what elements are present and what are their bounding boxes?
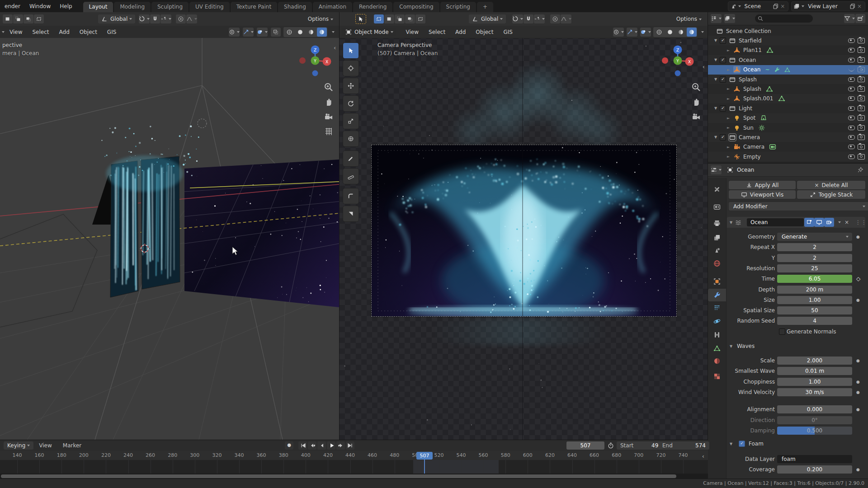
collection-checkbox[interactable]: ✓ (720, 134, 726, 141)
animate-dot[interactable]: ● (856, 465, 860, 474)
expand-icon[interactable]: ▼ (713, 135, 718, 139)
modifier-close-icon[interactable]: × (844, 219, 849, 225)
tool-extra-1[interactable] (343, 188, 359, 204)
outliner-row-ocean[interactable]: ►Ocean~× (708, 65, 868, 75)
start-frame-field[interactable]: Start497 (617, 441, 665, 450)
menu-gis[interactable]: GIS (498, 29, 517, 35)
properties-tab-object[interactable] (708, 275, 726, 288)
menu-view[interactable]: View (33, 442, 57, 449)
expand-icon[interactable]: ► (726, 116, 731, 120)
expand-icon[interactable]: ► (726, 97, 731, 101)
outliner-row-empty[interactable]: ►Empty (708, 152, 868, 161)
shading-rendered-button[interactable] (317, 28, 327, 37)
workspace-tab-uv-editing[interactable]: UV Editing (189, 2, 230, 12)
field-value[interactable]: 30 m/s (777, 388, 852, 396)
tool-measure[interactable] (343, 169, 359, 184)
properties-tab-world[interactable] (708, 257, 726, 270)
pin-icon[interactable] (857, 167, 863, 174)
expand-icon[interactable]: ► (726, 68, 731, 72)
expand-icon[interactable]: ▼ (713, 106, 718, 110)
sidebar-collapse-arrow[interactable]: ‹ (703, 63, 705, 70)
disable-render-icon[interactable] (857, 143, 865, 150)
generate-normals-checkbox[interactable] (779, 328, 785, 335)
properties-tab-output[interactable] (708, 217, 726, 230)
viewport-left[interactable]: Global Options View Select Add Object GI… (0, 12, 340, 440)
menu-help[interactable]: Help (55, 3, 76, 9)
outliner-row-starfield[interactable]: ▼✓Starfield (708, 36, 868, 45)
disable-render-icon[interactable] (857, 105, 865, 112)
animate-dot[interactable]: ● (856, 388, 860, 397)
sidebar-collapse-arrow[interactable]: ‹ (334, 44, 336, 51)
collection-checkbox[interactable]: ✓ (720, 38, 726, 44)
disable-render-icon[interactable] (857, 85, 865, 93)
outliner-search-input[interactable] (755, 14, 813, 23)
overlays-button[interactable] (257, 28, 268, 37)
menu-marker[interactable]: Marker (57, 442, 87, 449)
expand-icon[interactable]: ▼ (713, 38, 718, 42)
outliner-row-splash[interactable]: ►Splash (708, 84, 868, 94)
properties-tab-texture[interactable] (708, 370, 726, 383)
disable-render-icon[interactable] (857, 76, 865, 83)
shading-wireframe-button[interactable] (654, 28, 664, 37)
viewport-right[interactable]: Global Options Object Mode View Select A… (340, 12, 708, 440)
modifier-extras-dropdown[interactable] (838, 221, 841, 223)
field-value[interactable]: 6.05 (777, 275, 852, 283)
hide-viewport-icon[interactable] (847, 124, 855, 131)
show-gizmo-button[interactable] (229, 28, 240, 37)
field-value[interactable]: 0° (777, 416, 852, 424)
generate-normals-row[interactable]: Generate Normals (726, 328, 868, 336)
snap-magnet-button[interactable] (150, 14, 160, 23)
collection-checkbox[interactable]: ✓ (720, 76, 726, 83)
tool-extra-2[interactable] (343, 206, 359, 221)
tool-rotate[interactable] (343, 96, 359, 111)
playhead-badge[interactable]: 507 (416, 452, 433, 460)
tool-annotate[interactable] (343, 151, 359, 166)
modifier-name-input[interactable]: Ocean (747, 218, 804, 226)
navigation-gizmo[interactable]: Z Y X (296, 42, 337, 80)
shading-wireframe-button[interactable] (284, 28, 294, 37)
animate-dot[interactable]: ● (856, 296, 860, 305)
menu-add[interactable]: Add (450, 29, 471, 35)
animate-dot[interactable]: ● (856, 378, 860, 386)
zoom-icon[interactable] (691, 82, 701, 92)
options-button[interactable]: Options (308, 16, 333, 22)
tool-move[interactable] (343, 78, 359, 94)
shading-dropdown[interactable] (701, 31, 704, 33)
hide-viewport-icon[interactable] (847, 56, 855, 64)
modifier-render-toggle[interactable] (824, 218, 834, 227)
outliner-filter-mode[interactable] (724, 14, 735, 23)
select-mode-extend[interactable] (395, 14, 405, 23)
field-value[interactable]: 1.00 (777, 378, 852, 386)
properties-tab-modifiers[interactable] (708, 289, 726, 301)
field-value[interactable]: 25 (777, 264, 852, 272)
grid-toggle-icon[interactable] (324, 127, 334, 137)
timeline-track[interactable] (0, 460, 708, 474)
transform-orientation[interactable]: Global (469, 14, 506, 23)
modifier-realtime-toggle[interactable] (814, 218, 824, 227)
proportional-falloff-button[interactable] (186, 14, 197, 23)
scene-selector[interactable]: Scene × (728, 1, 789, 11)
keying-dropdown[interactable]: Keying (4, 441, 33, 450)
field-value[interactable]: Generate (777, 233, 852, 241)
delete-all-button[interactable]: ×Delete All (797, 181, 865, 189)
pan-hand-icon[interactable] (324, 97, 334, 107)
hide-viewport-icon[interactable] (847, 37, 855, 44)
outliner-row-camera[interactable]: ▼✓Camera (708, 132, 868, 142)
auto-key-button[interactable]: ● (285, 441, 293, 450)
modifier-editmode-toggle[interactable] (804, 218, 814, 227)
workspace-tab-texture-paint[interactable]: Texture Paint (231, 2, 277, 12)
shading-material-button[interactable] (306, 28, 316, 37)
disable-render-icon[interactable] (857, 47, 865, 54)
expand-icon[interactable]: ► (726, 155, 731, 159)
snap-with-button[interactable] (534, 14, 545, 23)
snap-target-button[interactable] (512, 14, 523, 23)
menu-object[interactable]: Object (471, 29, 498, 35)
menu-add[interactable]: Add (54, 29, 75, 35)
select-mode-intersect[interactable] (34, 14, 44, 23)
hide-viewport-icon[interactable] (847, 153, 855, 160)
workspace-tab-layout[interactable]: Layout (83, 2, 113, 12)
outliner-row-scene-collection[interactable]: Scene Collection (708, 26, 868, 36)
properties-tab-physics[interactable] (708, 315, 726, 328)
jump-to-start-button[interactable] (298, 441, 307, 450)
shading-rendered-button[interactable] (687, 28, 697, 37)
